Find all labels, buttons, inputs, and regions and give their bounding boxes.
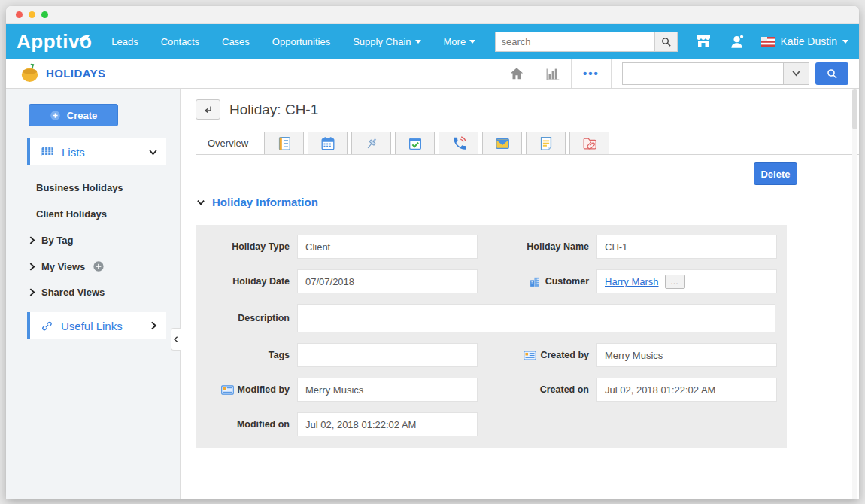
app-header: HOLIDAYS •••: [6, 59, 859, 89]
holiday-name-value[interactable]: CH-1: [596, 235, 777, 259]
sidebar-item-lists[interactable]: Lists: [27, 138, 166, 165]
customer-label-text: Customer: [545, 276, 589, 287]
apptivo-logo[interactable]: Apptivo: [17, 32, 92, 51]
app-search-button[interactable]: [815, 62, 848, 85]
field-row: Holiday Type Client Holiday Name CH-1: [207, 235, 775, 259]
holiday-date-value[interactable]: 07/07/2018: [297, 269, 478, 293]
created-on-value: Jul 02, 2018 01:22:02 AM: [596, 378, 777, 402]
tab-follow-ups[interactable]: [351, 132, 391, 154]
app-search-filter-button[interactable]: [783, 62, 809, 85]
tab-documents[interactable]: [569, 132, 609, 154]
dropdown-caret-icon: [469, 40, 475, 44]
global-search-button[interactable]: [654, 32, 678, 52]
envelope-icon: [494, 135, 511, 152]
nav-item-supply-chain[interactable]: Supply Chain: [353, 36, 420, 47]
sidebar-item-useful-links[interactable]: Useful Links: [27, 312, 166, 339]
sidebar-item-by-tag[interactable]: By Tag: [27, 235, 163, 246]
created-by-label-text: Created by: [540, 350, 589, 360]
nav-item-cases[interactable]: Cases: [222, 36, 250, 47]
tab-overview[interactable]: Overview: [196, 132, 260, 154]
app-store-button[interactable]: [694, 32, 712, 50]
zoom-window-button[interactable]: [41, 11, 48, 18]
holiday-type-value[interactable]: Client: [297, 235, 478, 259]
customer-label: Customer: [478, 275, 596, 288]
chevron-right-icon: [148, 320, 159, 331]
push-pin-icon: [363, 135, 380, 152]
created-by-value[interactable]: Merry Musics: [596, 343, 777, 367]
home-button[interactable]: [499, 59, 535, 88]
tasks-icon: [407, 135, 423, 152]
app-header-actions: •••: [499, 59, 848, 88]
modified-by-label: Modified by: [207, 384, 297, 395]
search-icon: [826, 68, 838, 80]
holiday-date-label: Holiday Date: [207, 276, 297, 287]
tab-emails[interactable]: [482, 132, 522, 154]
tab-tasks[interactable]: [395, 132, 435, 154]
sidebar-item-my-views[interactable]: My Views: [27, 260, 163, 272]
nav-item-opportunities[interactable]: Opportunities: [272, 36, 330, 47]
store-icon: [694, 32, 712, 50]
nav-item-more[interactable]: More: [444, 36, 476, 47]
collapse-sidebar-icon: [172, 335, 180, 344]
nav-item-leads[interactable]: Leads: [111, 36, 138, 47]
close-window-button[interactable]: [16, 11, 23, 18]
add-view-icon[interactable]: [93, 260, 105, 272]
collapse-sidebar-handle[interactable]: [171, 328, 181, 351]
global-search: [495, 32, 678, 52]
field-row: Tags Create: [207, 343, 775, 367]
tree-item-label: By Tag: [41, 235, 73, 246]
tab-news-feed[interactable]: [264, 132, 304, 154]
tags-value[interactable]: [297, 343, 478, 367]
create-button[interactable]: Create: [29, 104, 118, 126]
chevron-right-icon: [27, 262, 37, 272]
sidebar-item-business-holidays[interactable]: Business Holidays: [36, 182, 163, 193]
user-menu[interactable]: Katie Dustin: [761, 35, 848, 47]
description-label: Description: [207, 313, 297, 323]
tab-call-logs[interactable]: [439, 132, 478, 154]
flag-icon: [761, 37, 775, 47]
scrollbar-thumb[interactable]: [852, 89, 857, 129]
building-icon: [529, 275, 542, 288]
reports-button[interactable]: [535, 59, 571, 88]
calendar-icon: [320, 135, 336, 152]
vertical-scrollbar[interactable]: [852, 89, 857, 499]
sidebar-lists-label: Lists: [62, 146, 85, 159]
customer-more-button[interactable]: …: [665, 275, 685, 289]
created-by-label: Created by: [478, 350, 596, 360]
tab-notes[interactable]: [526, 132, 566, 154]
modified-on-value: Jul 02, 2018 01:22:02 AM: [297, 412, 478, 436]
chevron-right-icon: [27, 287, 37, 297]
topnav-right-cluster: Katie Dustin: [495, 32, 848, 52]
plus-circle-icon: [50, 110, 61, 121]
contact-card-icon: [221, 385, 234, 395]
notifications-button[interactable]: [729, 33, 746, 50]
detail-tabs: Overview: [196, 132, 859, 155]
more-apps-button[interactable]: •••: [571, 59, 612, 88]
useful-links-label: Useful Links: [61, 320, 123, 332]
minimize-window-button[interactable]: [29, 11, 35, 18]
tab-calendar[interactable]: [308, 132, 348, 154]
nav-item-contacts[interactable]: Contacts: [161, 36, 199, 47]
notes-icon: [538, 135, 554, 152]
app-title: HOLIDAYS: [46, 67, 105, 80]
modified-on-label: Modified on: [207, 419, 297, 430]
main-content: Holiday: CH-1 Overview: [181, 89, 859, 499]
back-button[interactable]: [196, 99, 220, 120]
section-holiday-information[interactable]: Holiday Information: [196, 196, 787, 208]
global-search-input[interactable]: [495, 32, 654, 52]
user-name: Katie Dustin: [781, 35, 837, 47]
home-icon: [508, 65, 525, 82]
delete-button[interactable]: Delete: [754, 162, 797, 185]
browser-window: Apptivo Leads Contacts Cases Opportuniti…: [6, 6, 859, 499]
field-row: Modified by Merry Musics Created on Jul …: [207, 378, 775, 402]
holidays-app-icon: [20, 63, 40, 83]
app-search-input[interactable]: [622, 62, 783, 85]
modified-by-value[interactable]: Merry Musics: [297, 378, 478, 402]
chevron-down-icon: [147, 147, 159, 158]
description-value[interactable]: [297, 304, 775, 332]
sidebar-item-client-holidays[interactable]: Client Holidays: [36, 208, 163, 220]
customer-link[interactable]: Harry Marsh: [605, 276, 659, 287]
sidebar-item-shared-views[interactable]: Shared Views: [27, 287, 163, 298]
folder-attachment-icon: [581, 135, 598, 152]
holiday-name-label: Holiday Name: [478, 241, 596, 252]
